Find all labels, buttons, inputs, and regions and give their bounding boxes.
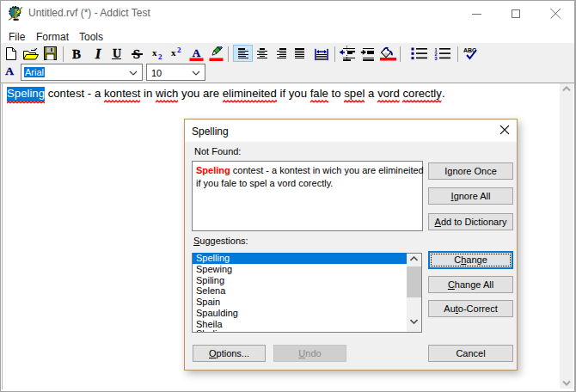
svg-text:A: A: [5, 65, 14, 77]
svg-text:B: B: [72, 47, 81, 61]
svg-text:3: 3: [435, 56, 438, 60]
svg-text:x: x: [152, 48, 157, 58]
svg-text:2: 2: [177, 46, 181, 54]
svg-text:U: U: [113, 47, 121, 60]
svg-text:x: x: [171, 47, 176, 58]
svg-text:2: 2: [158, 52, 162, 61]
svg-text:A: A: [193, 47, 201, 59]
svg-text:I: I: [95, 47, 102, 61]
